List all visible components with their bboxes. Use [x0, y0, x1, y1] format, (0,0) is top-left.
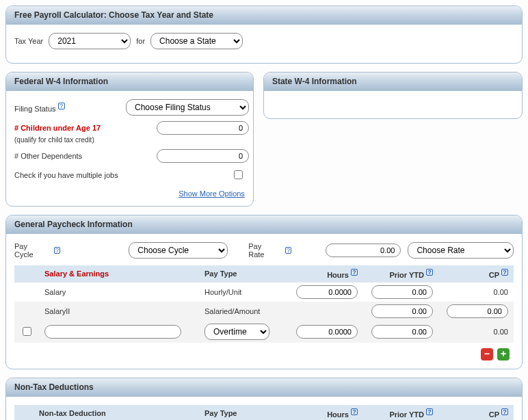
col-salary: Salary & Earnings [39, 265, 199, 283]
filing-status-select[interactable]: Choose Filing Status [126, 99, 249, 116]
help-icon[interactable]: ? [426, 408, 433, 415]
tax-year-select[interactable]: 2021 [49, 33, 131, 49]
add-row-button[interactable]: + [497, 348, 510, 360]
for-label: for [136, 37, 145, 45]
top-panel: Free Payroll Calculator: Choose Tax Year… [5, 5, 523, 64]
table-row: Overtime 0.00 [14, 321, 514, 343]
general-panel: General Paycheck Information Pay Cycle ?… [5, 215, 523, 369]
children-input[interactable] [157, 121, 249, 135]
tax-year-label: Tax Year [14, 37, 43, 45]
help-icon[interactable]: ? [58, 103, 65, 109]
table-row: SalaryII Salaried/Amount [14, 302, 514, 321]
hours-input[interactable] [296, 285, 358, 299]
help-icon[interactable]: ? [426, 269, 433, 276]
top-panel-title: Free Payroll Calculator: Choose Tax Year… [6, 6, 522, 25]
row-paytype: Hourly/Unit [199, 283, 288, 302]
priorytd-input[interactable] [371, 285, 433, 299]
help-icon[interactable]: ? [351, 269, 358, 276]
multi-jobs-checkbox[interactable] [234, 170, 243, 179]
cp-input[interactable] [447, 304, 508, 318]
custom-paytype-select[interactable]: Overtime [204, 324, 269, 340]
row-checkbox[interactable] [23, 327, 31, 336]
help-icon[interactable]: ? [351, 408, 358, 415]
row-paytype: Salaried/Amount [199, 302, 288, 321]
state-panel: State W-4 Information [263, 72, 523, 119]
rate-unit-select[interactable]: Choose Rate [408, 242, 514, 259]
federal-title: Federal W-4 Information [6, 73, 253, 91]
multi-jobs-label: Check if you have multiple jobs [14, 171, 118, 179]
cp-value: 0.00 [438, 283, 514, 302]
col-priorytd: Prior YTD [389, 271, 424, 279]
col-paytype: Pay Type [199, 405, 288, 420]
filing-status-label: Filing Status [14, 104, 56, 112]
show-more-link[interactable]: Show More Options [179, 189, 245, 198]
table-row: Salary Hourly/Unit 0.00 [14, 283, 514, 302]
help-icon[interactable]: ? [501, 269, 508, 276]
state-title: State W-4 Information [264, 73, 522, 91]
children-label: # Children under Age 17 [14, 124, 101, 132]
nontax-panel: Non-Tax Deductions Non-tax Deduction Pay… [5, 378, 523, 420]
col-cp: CP [489, 271, 499, 279]
custom-name-input[interactable] [44, 325, 181, 339]
state-select[interactable]: Choose a State [150, 33, 243, 49]
help-icon[interactable]: ? [285, 247, 292, 254]
help-icon[interactable]: ? [501, 408, 508, 415]
nontax-title: Non-Tax Deductions [6, 378, 522, 397]
priorytd-input[interactable] [371, 325, 433, 339]
pay-rate-label: Pay Rate [248, 242, 278, 259]
other-dep-label: # Other Dependents [14, 152, 82, 160]
row-name: Salary [39, 283, 199, 302]
earnings-table: Salary & Earnings Pay Type Hours ? Prior… [14, 265, 514, 343]
col-cp: CP [489, 410, 499, 418]
col-priorytd: Prior YTD [389, 410, 424, 418]
col-hours: Hours [327, 271, 349, 279]
children-note: (qualify for child tax credit) [14, 136, 245, 144]
col-name: Non-tax Deduction [34, 405, 199, 420]
pay-rate-input[interactable] [326, 244, 401, 257]
col-paytype: Pay Type [199, 265, 288, 283]
col-hours: Hours [327, 410, 349, 418]
priorytd-input[interactable] [371, 304, 433, 318]
pay-cycle-label: Pay Cycle [14, 242, 47, 259]
hours-input[interactable] [296, 325, 358, 339]
pay-cycle-select[interactable]: Choose Cycle [129, 242, 228, 259]
row-name: SalaryII [39, 302, 199, 321]
other-dep-input[interactable] [157, 149, 249, 163]
help-icon[interactable]: ? [54, 247, 61, 254]
nontax-table: Non-tax Deduction Pay Type Hours ? Prior… [14, 405, 514, 420]
cp-value: 0.00 [438, 321, 514, 343]
remove-row-button[interactable]: − [481, 348, 493, 360]
federal-panel: Federal W-4 Information Filing Status ? … [5, 72, 254, 207]
general-title: General Paycheck Information [6, 215, 522, 234]
